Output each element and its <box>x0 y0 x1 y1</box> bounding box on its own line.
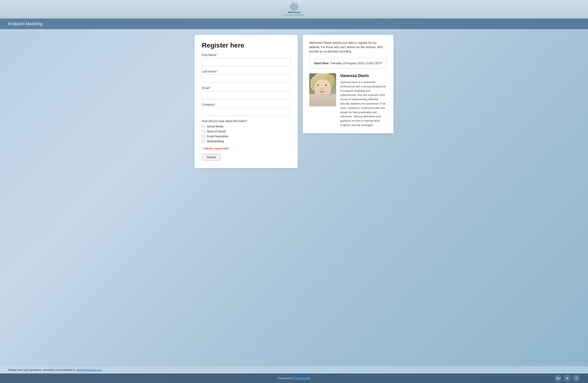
company-label: Company* <box>202 103 290 106</box>
radio-group: Social Media Word of Mouth Email Newslet… <box>202 125 290 143</box>
last-name-input[interactable] <box>202 74 290 83</box>
radio-email-newsletter-label[interactable]: Email Newsletter <box>207 135 229 138</box>
speaker-name: Vanessa Davis <box>340 73 387 78</box>
svg-point-4 <box>298 6 298 7</box>
start-time-value: Tuesday 29 August 2023 13:00 CEST <box>330 61 382 65</box>
email-input[interactable] <box>202 91 290 99</box>
last-name-label: Last Name* <box>202 70 290 73</box>
email-group: Email* <box>202 86 290 99</box>
feedback-text: Please send your questions, comments and… <box>8 368 76 371</box>
speaker-card: Vanessa Davis Vanessa Davis is a seasone… <box>309 73 387 127</box>
radio-social-media-input[interactable] <box>202 125 205 128</box>
first-name-input[interactable] <box>202 58 290 66</box>
radio-email-newsletter: Email Newsletter <box>202 135 290 138</box>
company-input[interactable] <box>202 107 290 116</box>
start-time-box: Start time: Tuesday 29 August 2023 13:00… <box>309 58 387 68</box>
radio-website-blog-label[interactable]: Website/Blog <box>207 140 224 143</box>
footer-powered-text: Powered by <box>278 377 294 380</box>
radio-social-media-label[interactable]: Social Media <box>207 125 223 128</box>
company-required: * <box>215 103 216 106</box>
radio-email-newsletter-input[interactable] <box>202 135 205 138</box>
linkedin-icon[interactable]: in <box>555 375 562 382</box>
first-name-label: First Name* <box>202 53 290 57</box>
logo-icon <box>289 3 299 11</box>
form-title: Register here <box>202 42 290 49</box>
radio-word-of-mouth: Word of Mouth <box>202 130 290 133</box>
svg-point-3 <box>293 6 295 7</box>
email-label: Email* <box>202 86 290 90</box>
hear-about-section: How did you hear about this event? Socia… <box>202 119 290 143</box>
page-title-bar: Endpoint Modeling <box>0 19 588 29</box>
svg-point-5 <box>290 6 290 7</box>
main-content: Register here First Name* Last Name* Ema… <box>0 29 588 366</box>
footer: Powered by Clevercast in ✕ f <box>0 374 588 383</box>
feedback-email-link[interactable]: info@clevercast.com <box>76 368 101 371</box>
required-note: * Indicates required field <box>202 147 290 150</box>
first-name-required: * <box>217 53 218 57</box>
twitter-icon[interactable]: ✕ <box>564 375 571 382</box>
last-name-group: Last Name* <box>202 70 290 83</box>
logo-tagline: Securing companies <box>284 14 304 16</box>
submit-button[interactable]: Submit <box>202 154 220 161</box>
header: Atomsoft Securing companies <box>0 0 588 19</box>
footer-powered-by: Powered by Clevercast <box>278 376 311 380</box>
footer-brand-link[interactable]: Clevercast <box>294 376 310 380</box>
hear-about-label: How did you hear about this event? <box>202 119 290 123</box>
company-group: Company* <box>202 103 290 116</box>
logo-name: Atomsoft <box>288 11 300 14</box>
radio-word-of-mouth-label[interactable]: Word of Mouth <box>207 130 226 133</box>
radio-social-media: Social Media <box>202 125 290 128</box>
last-name-required: * <box>217 70 218 73</box>
start-time-label: Start time: <box>314 61 329 65</box>
speaker-info: Vanessa Davis Vanessa Davis is a seasone… <box>340 73 387 127</box>
logo: Atomsoft Securing companies <box>284 3 304 16</box>
registration-form-panel: Register here First Name* Last Name* Ema… <box>194 35 298 168</box>
radio-website-blog: Website/Blog <box>202 140 290 143</box>
email-required: * <box>210 86 211 90</box>
first-name-group: First Name* <box>202 53 290 66</box>
radio-word-of-mouth-input[interactable] <box>202 130 205 133</box>
radio-website-blog-input[interactable] <box>202 140 205 143</box>
speaker-bio: Vanessa Davis is a seasoned professional… <box>340 80 387 127</box>
page-title: Endpoint Modeling <box>8 22 580 26</box>
feedback-bar: Please send your questions, comments and… <box>0 366 588 374</box>
feedback-suffix: . <box>101 368 102 371</box>
facebook-icon[interactable]: f <box>573 375 580 382</box>
footer-social-links: in ✕ f <box>555 375 580 382</box>
welcome-text: Welcome! Please submit your data to regi… <box>309 41 387 54</box>
info-panel: Welcome! Please submit your data to regi… <box>303 35 394 133</box>
speaker-photo <box>309 73 336 106</box>
